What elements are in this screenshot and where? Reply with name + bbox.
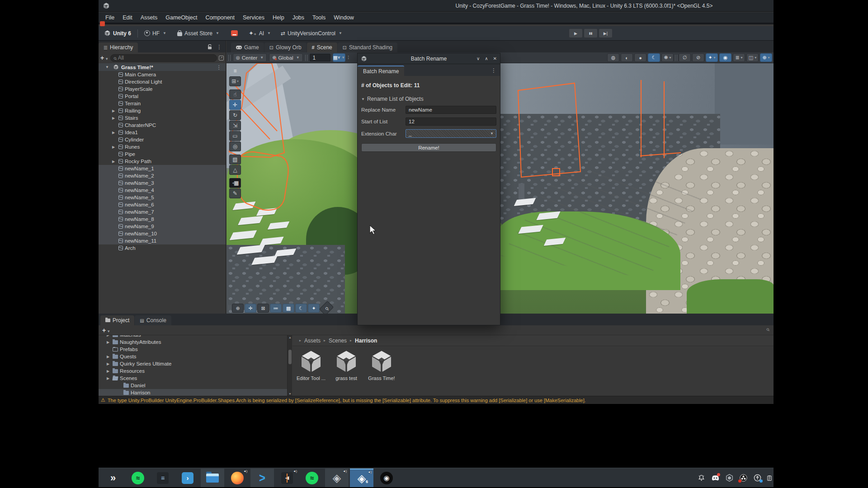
lighting-toggle-icon[interactable]: ☾ — [648, 53, 660, 62]
notifications-bell-icon[interactable] — [697, 474, 705, 482]
hierarchy-row[interactable]: ▶ newName_11 — [99, 237, 226, 244]
expand-arrow-icon[interactable]: ▶ — [112, 109, 117, 113]
scene-toolbar-button[interactable] — [675, 53, 677, 62]
replace-name-field[interactable]: newName — [406, 106, 496, 114]
menu-item[interactable]: Help — [269, 14, 288, 21]
hierarchy-row[interactable]: ▶ Cylinder — [99, 136, 226, 143]
sliders-icon[interactable]: ≔ — [270, 304, 282, 313]
menu-item[interactable]: Window — [330, 14, 358, 21]
shading-textured-icon[interactable]: ◐ — [621, 53, 633, 62]
folder-row[interactable]: ▶ NaughtyAttributes — [99, 338, 287, 346]
version-control-dropdown[interactable]: ⇄ UnityVersionControl▼ — [281, 30, 342, 37]
more-menu-icon[interactable]: ⋮ — [491, 67, 496, 74]
hierarchy-row[interactable]: ▶ newName_8 — [99, 216, 226, 223]
asset-store-dropdown[interactable]: Asset Store▼ — [177, 30, 219, 37]
menu-item[interactable]: Services — [239, 14, 269, 21]
menu-item[interactable]: Edit — [118, 14, 137, 21]
scene-more-icon[interactable]: ⋮ — [217, 64, 222, 70]
orientation-dropdown[interactable]: ⊕ Global▼ — [269, 53, 302, 62]
tab-hierarchy[interactable]: ☰ Hierarchy — [99, 42, 138, 52]
project-create-button[interactable]: +▼ — [102, 327, 110, 334]
grid-tool-icon[interactable]: ◂▦ — [229, 178, 241, 188]
effects-icon[interactable]: ❋ ▾ — [661, 53, 674, 62]
hierarchy-row[interactable]: ▶ Idea1 — [99, 129, 226, 136]
pause-button[interactable]: ▮▮ — [584, 28, 598, 38]
inbox-alert-icon[interactable] — [231, 30, 238, 36]
folder-row[interactable]: ▶ Quests — [99, 353, 287, 360]
expand-arrow-icon[interactable]: ▶ — [107, 335, 111, 337]
lock-icon[interactable] — [208, 44, 212, 50]
software-store[interactable]: › ◄) — [176, 469, 199, 487]
unity-editor[interactable]: ◈ ◄) 6 — [350, 469, 373, 487]
shading-shaded-icon[interactable]: ● — [634, 53, 646, 62]
view-tab[interactable]: ⊡ Standard Shading — [338, 42, 397, 52]
folder-row[interactable]: ▶ Harrison — [99, 389, 287, 396]
rename-foldout[interactable]: ▼ Rename List of Objects — [361, 96, 496, 102]
vscode[interactable]: > ◄) — [250, 469, 274, 487]
snap-settings-icon[interactable]: ⁞ — [348, 55, 349, 60]
unmaximize-icon[interactable]: ∨ — [476, 56, 480, 61]
folder-row[interactable]: ▶ Prefabs — [99, 346, 287, 353]
view-tab[interactable]: # Scene — [307, 42, 337, 52]
hierarchy-row[interactable]: ▶ newName_1 — [99, 165, 226, 172]
extension-char-dropdown[interactable]: _ ▼ — [406, 129, 496, 138]
scale-tool-icon[interactable]: ⇲ — [229, 121, 241, 131]
close-icon[interactable]: ✕ — [493, 56, 497, 61]
hierarchy-row[interactable]: ▶ newName_7 — [99, 208, 226, 216]
foldout-open-icon[interactable]: ▼ — [105, 65, 109, 69]
gizmos-icon[interactable]: ⊕ ▾ — [760, 53, 772, 62]
audio-toggle-icon[interactable]: ∅ — [679, 53, 691, 62]
expand-arrow-icon[interactable]: ▶ — [107, 376, 111, 380]
start-of-list-field[interactable]: 12 — [406, 117, 496, 126]
probuilder-cube-icon[interactable]: ▧ — [229, 155, 241, 164]
hierarchy-row[interactable]: ▶ newName_10 — [99, 230, 226, 237]
hierarchy-row[interactable]: ▶ newName_4 — [99, 187, 226, 194]
hierarchy-row[interactable]: ▶ Rocky Path — [99, 158, 226, 165]
split-view-icon[interactable]: ◫ ▾ — [746, 53, 759, 62]
spotify-2[interactable]: ≈ ◄) — [300, 469, 324, 487]
asset-item[interactable]: grass test — [332, 349, 360, 381]
hierarchy-row[interactable]: ▶ Terrain — [99, 100, 226, 107]
asset-item[interactable]: Editor Tool ... — [297, 349, 325, 381]
scene-header-row[interactable]: ▼ Grass Time!* ⋮ — [99, 63, 226, 71]
hierarchy-row[interactable]: ▶ newName_2 — [99, 172, 226, 179]
scatter-icon[interactable]: ✦ — [308, 304, 320, 313]
polyshape-tool-icon[interactable]: △ — [229, 165, 241, 175]
expand-arrow-icon[interactable]: ▶ — [107, 362, 111, 366]
breadcrumb-item[interactable]: Harrison — [347, 338, 377, 344]
more-menu-icon[interactable]: ⋮ — [217, 44, 222, 50]
camera-orbit-icon[interactable]: ⊕ — [232, 304, 244, 313]
asset-item[interactable]: Grass Time! — [368, 349, 396, 381]
transform-tool-icon[interactable]: ◎ — [229, 141, 241, 151]
create-button[interactable]: +▼ — [100, 54, 108, 61]
view-tool-icon[interactable]: ☝ — [229, 89, 241, 99]
hierarchy-row[interactable]: ▶ Runes — [99, 143, 226, 150]
move-tool-icon[interactable]: ✛ — [229, 100, 241, 110]
expand-arrow-icon[interactable]: ▶ — [112, 160, 117, 164]
account-dropdown[interactable]: HF▼ — [144, 30, 166, 37]
view-tab[interactable]: ⊡ Glowy Orb — [264, 42, 307, 52]
spotify[interactable]: ≈ ◄) — [126, 469, 150, 487]
scene-visibility-icon[interactable]: ◉ — [719, 53, 731, 62]
hierarchy-row[interactable]: ▶ newName_6 — [99, 201, 226, 208]
drag-handle[interactable] — [228, 55, 231, 61]
search-icon[interactable]: ϙ — [765, 327, 770, 332]
hierarchy-row[interactable]: ▶ PlayerScale — [99, 85, 226, 93]
console-status-bar[interactable]: ⚠ The type Unity.ProBuilder UnityEngine.… — [99, 396, 774, 404]
hierarchy-row[interactable]: ▶ newName_9 — [99, 223, 226, 230]
expand-arrow-icon[interactable]: ▶ — [112, 131, 117, 135]
ai-dropdown[interactable]: ✦₊ AI▼ — [249, 30, 271, 37]
grid-hash-icon[interactable]: ▩ — [283, 304, 294, 313]
audio-editor[interactable]: ◀ ◄) — [275, 469, 299, 487]
rotate-tool-icon[interactable]: ↻ — [229, 110, 241, 120]
hierarchy-row[interactable]: ▶ Railing — [99, 107, 226, 114]
hierarchy-row[interactable]: ▶ newName_5 — [99, 194, 226, 201]
hierarchy-row[interactable]: ▶ Main Camera — [99, 71, 226, 78]
tab-batch-rename[interactable]: Batch Rename — [358, 66, 404, 76]
tools-handle-icon[interactable]: ≡ — [229, 66, 241, 76]
hierarchy-search-input[interactable]: ϙ All — [110, 54, 217, 62]
app-launcher[interactable]: » ◄) — [101, 469, 125, 487]
layers-icon[interactable]: ≣ ▾ — [733, 53, 745, 62]
obs-tray-icon[interactable] — [739, 474, 747, 482]
hierarchy-row[interactable]: ▶ Arch — [99, 244, 226, 252]
